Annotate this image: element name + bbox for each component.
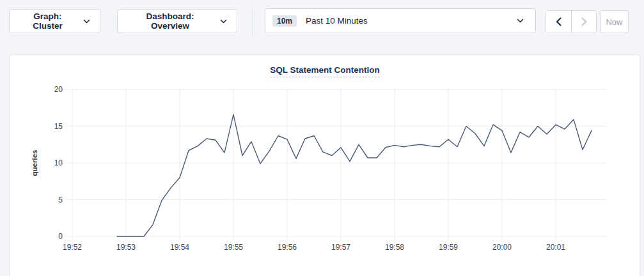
chevron-down-icon	[517, 19, 524, 23]
time-window-nav	[546, 10, 597, 33]
y-tick-label: 0	[58, 232, 63, 241]
chart-panel: SQL Statement Contention 19:5219:5319:54…	[10, 54, 640, 276]
x-tick-label: 20:00	[492, 243, 512, 252]
now-button[interactable]: Now	[600, 10, 629, 33]
x-tick-label: 19:54	[170, 243, 189, 252]
y-axis-label: queries	[31, 150, 38, 176]
queries-line-series	[117, 114, 592, 236]
y-tick-label: 10	[54, 158, 63, 167]
x-tick-label: 19:53	[116, 243, 136, 252]
chevron-down-icon	[83, 19, 90, 24]
x-tick-label: 20:01	[546, 243, 565, 252]
x-tick-label: 19:56	[278, 243, 297, 252]
toolbar: Graph: Cluster Dashboard: Overview 10m P…	[0, 0, 644, 42]
toolbar-divider	[253, 6, 253, 36]
x-tick-label: 19:58	[385, 243, 404, 252]
y-tick-label: 5	[58, 195, 63, 204]
chevron-right-icon	[581, 17, 587, 26]
x-tick-label: 19:52	[63, 243, 82, 252]
dashboard-dropdown[interactable]: Dashboard: Overview	[117, 9, 237, 33]
prev-time-window-button[interactable]	[546, 11, 571, 33]
x-tick-label: 19:59	[439, 243, 458, 252]
time-range-badge: 10m	[272, 15, 297, 27]
graph-dropdown[interactable]: Graph: Cluster	[9, 9, 100, 33]
next-time-window-button[interactable]	[571, 11, 596, 33]
y-tick-label: 20	[54, 85, 63, 94]
chevron-left-icon	[556, 17, 562, 26]
chevron-down-icon	[220, 19, 227, 24]
graph-dropdown-label: Graph: Cluster	[19, 12, 76, 31]
sql-statement-contention-chart: 19:5219:5319:5419:5519:5619:5719:5819:59…	[10, 55, 641, 276]
x-tick-label: 19:57	[331, 243, 350, 252]
time-range-picker[interactable]: 10m Past 10 Minutes	[265, 8, 536, 33]
now-button-label: Now	[606, 17, 622, 27]
db-console-metrics-page: Graph: Cluster Dashboard: Overview 10m P…	[0, 0, 644, 276]
dashboard-dropdown-label: Dashboard: Overview	[127, 12, 213, 31]
x-tick-label: 19:55	[224, 243, 243, 252]
time-range-label: Past 10 Minutes	[306, 16, 368, 26]
y-tick-label: 15	[54, 122, 63, 131]
